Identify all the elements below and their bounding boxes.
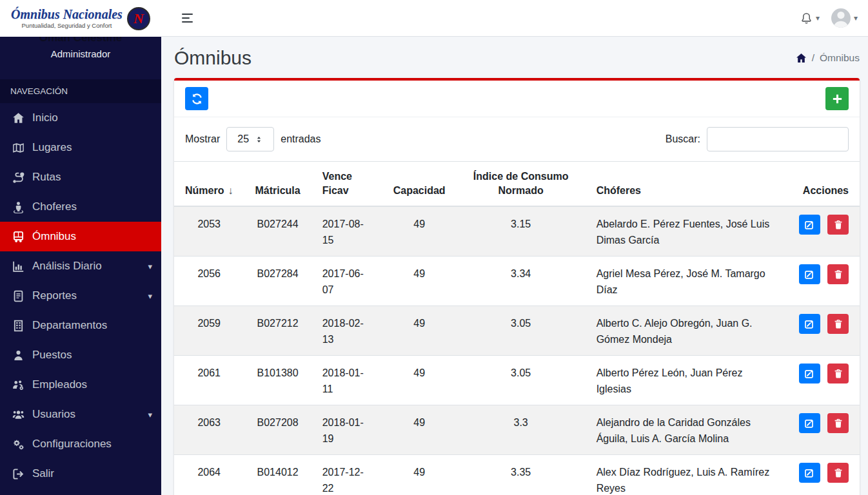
cell-vence-ficav: 2018-01-19 <box>311 405 382 455</box>
sidebar-item-puestos[interactable]: Puestos <box>0 340 161 370</box>
cell-vence-ficav: 2017-12-22 <box>311 455 382 495</box>
cell-matricula: B027244 <box>244 206 311 257</box>
cell-matricula: B014012 <box>244 455 311 495</box>
cell-indice: 3.34 <box>457 257 586 306</box>
cell-choferes: Agriel Mesa Pérez, José M. Tamargo Díaz <box>586 257 784 306</box>
column-header-numero[interactable]: Número↓ <box>174 162 244 207</box>
sidebar-item-choferes[interactable]: Choferes <box>0 192 161 222</box>
cell-matricula: B027208 <box>244 405 311 455</box>
column-header-capacidad[interactable]: Capacidad <box>382 162 457 207</box>
search-input[interactable] <box>707 127 849 151</box>
caret-down-icon: ▾ <box>148 262 152 271</box>
page-title: Ómnibus <box>174 47 252 69</box>
entries-label: entradas <box>281 133 321 145</box>
sidebar-item-departamentos[interactable]: Departamentos <box>0 311 161 340</box>
edit-icon <box>804 220 814 230</box>
column-header-matricula[interactable]: Mátricula <box>244 162 311 207</box>
brand-logo[interactable]: Ómnibus Nacionales Puntualidad, Segurida… <box>0 0 161 37</box>
caret-down-icon: ▾ <box>854 14 858 23</box>
caret-down-icon: ▾ <box>148 291 152 301</box>
cell-vence-ficav: 2017-06-07 <box>311 257 382 306</box>
cell-numero: 2064 <box>174 455 244 495</box>
sidebar-item-reportes[interactable]: Reportes ▾ <box>0 281 161 311</box>
content-header: Ómnibus / Ómnibus <box>174 37 860 78</box>
plus-icon <box>831 93 843 105</box>
cell-capacidad: 49 <box>382 455 457 495</box>
cell-acciones <box>784 356 860 405</box>
column-header-indice[interactable]: Índice de Consumo Normado <box>457 162 586 207</box>
edit-button[interactable] <box>799 264 820 284</box>
column-header-choferes[interactable]: Chóferes <box>586 162 784 207</box>
edit-button[interactable] <box>799 463 820 483</box>
add-button[interactable] <box>825 87 849 110</box>
table-row: 2061 B101380 2018-01-11 49 3.05 Alberto … <box>174 356 860 405</box>
trash-icon <box>833 319 843 329</box>
cell-capacidad: 49 <box>382 257 457 306</box>
sidebar-item-empleados[interactable]: Empleados <box>0 370 161 400</box>
notifications-dropdown[interactable]: ▾ <box>800 12 820 24</box>
omnibus-card: Mostrar 25 entradas Buscar: Número↓ Mátr… <box>174 78 860 495</box>
edit-icon <box>804 269 814 280</box>
cell-choferes: Abelardo E. Pérez Fuentes, José Luis Dim… <box>586 206 784 257</box>
sidebar-item-lugares[interactable]: Lugares <box>0 133 161 162</box>
cell-capacidad: 49 <box>382 356 457 405</box>
cell-acciones <box>784 257 860 306</box>
delete-button[interactable] <box>827 413 849 433</box>
edit-button[interactable] <box>799 364 820 383</box>
cell-acciones <box>784 455 860 495</box>
trash-icon <box>833 468 843 478</box>
trash-icon <box>833 418 843 429</box>
breadcrumb-separator: / <box>812 52 814 64</box>
edit-button[interactable] <box>799 413 820 433</box>
edit-icon <box>804 319 814 329</box>
show-label: Mostrar <box>185 133 220 145</box>
sidebar-item-omnibus[interactable]: Ómnibus <box>0 222 161 251</box>
page-length-control: Mostrar 25 entradas <box>185 127 321 151</box>
delete-button[interactable] <box>827 264 849 284</box>
sidebar-item-salir[interactable]: Salir <box>0 459 161 489</box>
search-label: Buscar: <box>666 133 700 145</box>
sidebar-nav: Inicio Lugares Rutas Choferes Ómnibus An… <box>0 103 161 489</box>
topbar-right: ▾ ▾ <box>800 8 858 28</box>
topbar: ▾ ▾ <box>161 0 868 37</box>
delete-button[interactable] <box>827 463 849 483</box>
chart-bar-icon <box>10 260 26 273</box>
delete-button[interactable] <box>827 314 849 334</box>
cell-indice: 3.05 <box>457 306 586 356</box>
cell-choferes: Alberto C. Alejo Obregón, Juan G. Gómez … <box>586 306 784 356</box>
user-role: Administrador <box>0 48 161 59</box>
delete-button[interactable] <box>827 215 849 235</box>
caret-down-icon: ▾ <box>816 14 820 23</box>
delete-button[interactable] <box>827 364 849 383</box>
cell-acciones <box>784 405 860 455</box>
sidebar-toggle-button[interactable] <box>179 10 195 26</box>
cell-matricula: B027212 <box>244 306 311 356</box>
caret-down-icon: ▾ <box>148 410 152 420</box>
brand-badge-letter: N <box>133 10 144 27</box>
sidebar-item-usuarios[interactable]: Usuarios ▾ <box>0 400 161 429</box>
cell-numero: 2056 <box>174 257 244 306</box>
cell-choferes: Alberto Pérez León, Juan Pérez Iglesias <box>586 356 784 405</box>
cell-numero: 2061 <box>174 356 244 405</box>
bell-icon <box>800 12 813 24</box>
sidebar-item-rutas[interactable]: Rutas <box>0 162 161 192</box>
sync-icon <box>191 93 203 105</box>
page-size-select[interactable]: 25 <box>226 127 274 151</box>
sidebar-item-configuraciones[interactable]: Configuraciones <box>0 429 161 459</box>
cell-numero: 2053 <box>174 206 244 257</box>
column-header-vence-ficav[interactable]: Vence Ficav <box>311 162 382 207</box>
edit-button[interactable] <box>799 215 820 235</box>
home-icon[interactable] <box>796 53 807 64</box>
sidebar-item-inicio[interactable]: Inicio <box>0 103 161 133</box>
user-menu-dropdown[interactable]: ▾ <box>831 8 858 28</box>
gears-icon <box>10 438 26 451</box>
sidebar-item-analisis-diario[interactable]: Análisis Diario ▾ <box>0 251 161 281</box>
sort-asc-icon: ↓ <box>228 185 233 196</box>
edit-button[interactable] <box>799 314 820 334</box>
route-icon <box>10 171 26 184</box>
cell-indice: 3.05 <box>457 356 586 405</box>
column-label: Número <box>185 185 224 196</box>
cell-vence-ficav: 2017-08-15 <box>311 206 382 257</box>
refresh-button[interactable] <box>185 87 208 110</box>
file-report-icon <box>10 290 26 302</box>
